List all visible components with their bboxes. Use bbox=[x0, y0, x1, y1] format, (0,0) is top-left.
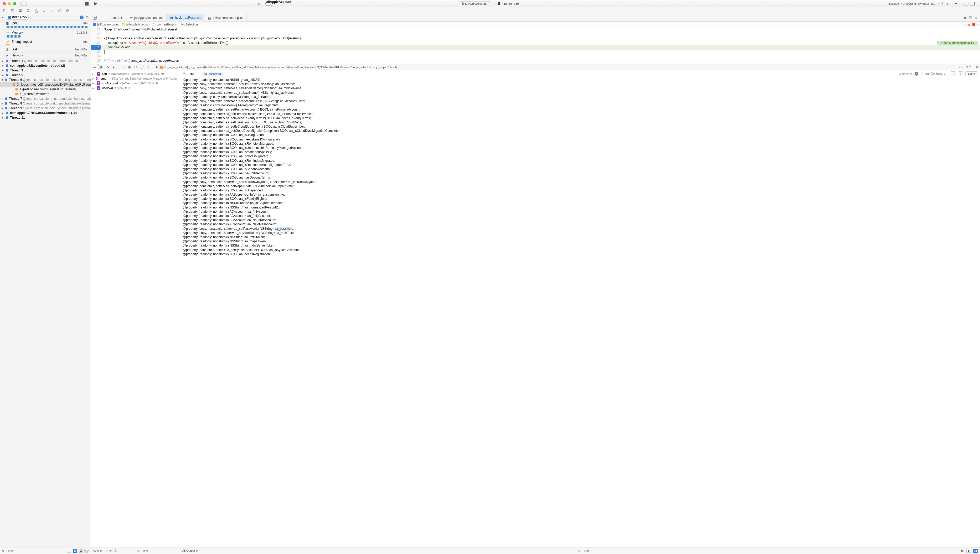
gear-icon[interactable]: ⚙ bbox=[86, 16, 89, 19]
filter-toggle-2[interactable]: ≡ bbox=[73, 549, 77, 553]
close-window-button[interactable] bbox=[3, 2, 6, 5]
jump-bar[interactable]: jailAppleAccount› 📁 jailAppleAccount› m'… bbox=[91, 22, 980, 27]
output-selector[interactable]: All Output ◇ bbox=[182, 549, 198, 552]
editor-tab-control[interactable]: ▭control bbox=[104, 14, 126, 21]
console-output[interactable]: @property (readonly, nonatomic) NSString… bbox=[180, 77, 980, 547]
quicklook-icon[interactable]: 👁 bbox=[109, 549, 112, 552]
issue-navigator-icon[interactable] bbox=[34, 9, 38, 13]
thread-row[interactable]: ▸Thread 3 bbox=[0, 68, 91, 73]
breakpoint-icon[interactable]: ◆ bbox=[156, 65, 158, 69]
disk-metric[interactable]: ◎ Disk Zero KB/s bbox=[0, 46, 91, 53]
prev-issue-icon[interactable]: ‹ bbox=[965, 23, 966, 26]
library-toggle[interactable] bbox=[963, 2, 969, 5]
console-pane-left-toggle[interactable]: ◧ bbox=[966, 549, 971, 553]
sidebar-toggle-button[interactable] bbox=[21, 2, 27, 6]
source-editor[interactable]: 282930313233343536 "kw-pink">%hook "kw-t… bbox=[91, 27, 980, 64]
memory-graph-icon[interactable]: ⎔ bbox=[134, 65, 137, 69]
console-filter-input[interactable] bbox=[583, 549, 958, 552]
next-issue-icon[interactable]: › bbox=[977, 23, 978, 26]
run-button[interactable] bbox=[94, 2, 98, 6]
add-editor-icon[interactable]: ▭ bbox=[975, 16, 977, 20]
stack-frame-row[interactable]: 7 _pthread_wqthread bbox=[0, 92, 91, 96]
thread-row[interactable]: ▸com.apple.CFNetwork.CustomProtocols (10… bbox=[0, 111, 91, 115]
crumb-2[interactable]: jailAppleAccount bbox=[126, 23, 148, 26]
view-debugger-icon[interactable]: ▣ bbox=[128, 65, 131, 69]
cpu-metric[interactable]: ▦ CPU 8% bbox=[0, 21, 91, 30]
thread-row[interactable]: ▸Thread 1 Queue: com.apple.main-thread (… bbox=[0, 59, 91, 63]
variable-row[interactable]: ▸LusePwd = (bool) true bbox=[93, 86, 179, 90]
console-pane-right-toggle[interactable]: ◨ bbox=[973, 549, 978, 553]
filter-toggle-3[interactable]: ☰ bbox=[78, 549, 83, 553]
energy-metric[interactable]: ⚡ Energy Impact High bbox=[0, 39, 91, 46]
step-into-icon[interactable] bbox=[112, 65, 116, 69]
inspector-toggle[interactable] bbox=[970, 2, 975, 5]
thread-row[interactable]: ▸Thread 7 Queue: com.apple.runn...round-… bbox=[0, 96, 91, 101]
symbol-navigator-icon[interactable] bbox=[18, 9, 22, 13]
test-navigator-icon[interactable] bbox=[42, 9, 46, 13]
report-navigator-icon[interactable] bbox=[66, 9, 70, 13]
crumb-4[interactable]: No Selection bbox=[181, 23, 198, 26]
thread-row[interactable]: ▸Thread 11 bbox=[0, 115, 91, 120]
forward-button[interactable]: › bbox=[101, 16, 102, 20]
stack-frame-selector[interactable]: 0 _logos_method$_ungrouped$NSMutableURLR… bbox=[160, 66, 953, 69]
add-find-button[interactable]: ＋ bbox=[920, 72, 923, 76]
editor-tab-plist[interactable]: ▤jailAppleAccount.plist bbox=[204, 14, 246, 21]
thread-row[interactable]: ▾Thread 6 Queue: com.apple.root....itiat… bbox=[0, 78, 91, 82]
step-over-icon[interactable] bbox=[105, 65, 109, 69]
variables-view[interactable]: ▸Aself = (NSMutableURLRequest *) 0x282ec… bbox=[91, 70, 180, 547]
line-gutter[interactable]: 282930313233343536 bbox=[91, 27, 102, 64]
find-term-chip[interactable]: aa_password bbox=[202, 72, 222, 76]
stop-button[interactable] bbox=[85, 2, 89, 6]
error-icon[interactable] bbox=[972, 23, 975, 26]
thread-row[interactable]: ▸Thread 9 Queue: com.apple.devi...yAccou… bbox=[0, 106, 91, 111]
find-mode-selector[interactable]: Contains ⌄ bbox=[931, 72, 945, 75]
info-badge[interactable]: i bbox=[80, 16, 83, 19]
editor-tab-xm1[interactable]: m'jailAppleAccount.xm bbox=[126, 14, 167, 21]
info-icon[interactable]: ⓘ bbox=[114, 549, 117, 553]
find-menu-chevron[interactable]: ⌄ bbox=[197, 72, 199, 75]
thread-row[interactable]: ▸Thread 5 bbox=[0, 73, 91, 78]
adjust-editor-icon[interactable]: ☰ bbox=[969, 16, 972, 20]
step-out-icon[interactable] bbox=[118, 65, 122, 69]
variable-row[interactable]: ▸A_cmd = (SEL) "aa_addBasicAuthorization… bbox=[93, 76, 179, 81]
clear-find-button[interactable]: ✕ bbox=[915, 72, 918, 76]
next-match-button[interactable]: › bbox=[958, 72, 963, 76]
variable-row[interactable]: ▸Aself = (NSMutableURLRequest *) 0x282ec… bbox=[93, 72, 179, 76]
scheme-name[interactable]: jailAppleAccount master bbox=[265, 0, 291, 6]
warnings-button[interactable]: ⚠ 8 bbox=[938, 2, 943, 5]
minimize-window-button[interactable] bbox=[8, 2, 11, 5]
breakpoint-navigator-icon[interactable] bbox=[58, 9, 62, 13]
execution-marker[interactable]: Thread 6: breakpoint 58.1 (1) bbox=[937, 41, 978, 45]
done-button[interactable]: Done bbox=[965, 72, 978, 76]
find-navigator-icon[interactable] bbox=[26, 9, 30, 13]
debug-navigator-icon[interactable] bbox=[50, 9, 54, 13]
crumb-1[interactable]: jailAppleAccount bbox=[97, 23, 118, 26]
auto-scope-selector[interactable]: Auto ◇ bbox=[93, 549, 102, 552]
thread-row[interactable]: ▸com.apple.uikit.eventfetch-thread (2) bbox=[0, 63, 91, 68]
environment-overrides-icon[interactable]: ⛶ bbox=[140, 65, 144, 69]
process-header[interactable]: ▾ PID 19055 i ⚙ bbox=[0, 14, 91, 21]
crumb-3[interactable]: hook_reqResp.xm bbox=[155, 23, 178, 26]
code-lines[interactable]: "kw-pink">%hook "kw-teal">NSMutableURLRe… bbox=[102, 27, 980, 64]
variables-filter-input[interactable] bbox=[142, 549, 178, 552]
filter-toggle-1[interactable]: ↕ bbox=[67, 549, 71, 553]
project-navigator-icon[interactable] bbox=[3, 9, 7, 13]
navigator-filter-input[interactable] bbox=[6, 549, 65, 552]
back-button[interactable]: ‹ bbox=[98, 16, 99, 20]
zoom-window-button[interactable] bbox=[13, 2, 16, 5]
stack-frame-row[interactable]: 1 -[AALoginAccountRequest urlRequest] bbox=[0, 87, 91, 92]
memory-metric[interactable]: ▭ Memory 21.5 MB bbox=[0, 30, 91, 39]
editor-tab-xm2[interactable]: m'hook_reqResp.xm bbox=[167, 14, 204, 21]
stack-frame-row[interactable]: 0 _logos_method$_ungrouped$NSMutableURLR… bbox=[0, 82, 91, 87]
cloud-status-icon[interactable]: ☁︎ bbox=[946, 2, 948, 5]
prev-match-button[interactable]: ‹ bbox=[951, 72, 956, 76]
variable-row[interactable]: ▸AcurAccount = (ACAccount *) 0x2815fabc0 bbox=[93, 81, 179, 86]
network-metric[interactable]: ⬈ Network Zero KB/s bbox=[0, 53, 91, 59]
thread-row[interactable]: ▸Thread 8 Queue: com.apple.pref....spygl… bbox=[0, 101, 91, 106]
scheme-selector[interactable]: 🏛 jailAppleAccount › bbox=[459, 1, 491, 6]
add-button[interactable]: ＋ bbox=[954, 1, 958, 6]
source-control-navigator-icon[interactable] bbox=[11, 9, 15, 13]
location-icon[interactable]: ➤ bbox=[146, 65, 150, 69]
case-sensitive-toggle[interactable]: Aa bbox=[925, 72, 929, 75]
code-review-icon[interactable]: ⇄ bbox=[964, 16, 966, 20]
